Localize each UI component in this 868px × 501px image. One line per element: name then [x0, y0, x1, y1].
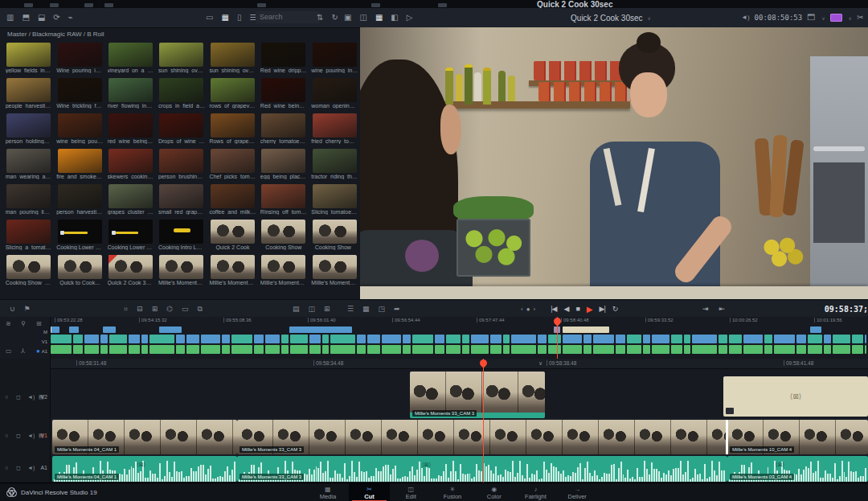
media-clip[interactable]: egg_being_placed...: [258, 147, 309, 183]
media-clip[interactable]: Cooking Intro Log...: [156, 218, 207, 253]
camera-tool-icon[interactable]: ◳: [379, 305, 386, 313]
breadcrumb[interactable]: Master / Blackmagic RAW / B Roll: [7, 31, 104, 38]
track-control-icon[interactable]: ◄): [27, 465, 35, 470]
media-clip[interactable]: fried_cherry_toma...: [309, 112, 360, 147]
overview-header-icon[interactable]: ⊞: [36, 320, 42, 327]
media-clip[interactable]: Quick 2 Cook: [207, 218, 258, 253]
media-clip[interactable]: red_wine_being_p...: [105, 112, 156, 147]
media-clip[interactable]: fire_and_smoke_c...: [54, 147, 104, 183]
chevron-down-icon[interactable]: ∨: [849, 15, 852, 21]
tab-edit[interactable]: ◫Edit: [390, 483, 432, 501]
export-quick-icon[interactable]: ➦: [394, 305, 400, 313]
media-clip[interactable]: man_pouring_liqu...: [3, 183, 54, 218]
media-clip[interactable]: people_harvesting...: [3, 76, 54, 112]
import-media-icon[interactable]: ⬒: [22, 14, 29, 22]
media-clip[interactable]: Millie's Moments ...: [156, 253, 207, 289]
proxy-view-icon[interactable]: ◧: [391, 14, 398, 22]
timeline-audio-clip[interactable]: Millie's Moments 04_CAM 1: [52, 456, 237, 482]
track-control-icon[interactable]: ○: [5, 394, 8, 400]
detail-playhead[interactable]: [483, 359, 484, 483]
media-overlay-icon[interactable]: ▦: [375, 14, 383, 22]
media-clip[interactable]: coffee_and_milk_b...: [207, 183, 258, 218]
tab-deliver[interactable]: →Deliver: [556, 483, 598, 501]
media-clip[interactable]: yellow_fields_in_bl...: [3, 41, 54, 76]
media-clip[interactable]: small_red_grape_c...: [156, 183, 207, 218]
track-control-icon[interactable]: ○: [5, 465, 8, 470]
clip-display-icon[interactable]: ◫: [309, 305, 316, 313]
media-clip[interactable]: Chef_picks_tomat...: [207, 147, 258, 183]
media-clip[interactable]: sun_shining_over...: [156, 41, 207, 76]
timeline-detail[interactable]: 09:58:31.4809:58:34.4809:58:38.4809:58:4…: [0, 359, 868, 483]
timeline-video-clip[interactable]: Millie's Moments 04_CAM 1: [52, 420, 237, 454]
timeline-overview[interactable]: ≋⚲⊞▭⅄●MV1A1 09:53:22.2809:54:15.3209:55:…: [0, 317, 868, 359]
tab-media[interactable]: ▦Media: [307, 483, 349, 501]
tab-color[interactable]: ◉Color: [473, 483, 515, 501]
media-clip[interactable]: Quick 2 Cook 30sec: [105, 253, 156, 289]
viewer-video[interactable]: [360, 27, 868, 299]
preview-clip-icon[interactable]: ▷: [407, 14, 413, 22]
media-clip[interactable]: person_brushing_...: [156, 147, 207, 183]
media-clip[interactable]: Slicing_a_tomato_...: [3, 218, 54, 253]
tab-cut[interactable]: ✂Cut: [349, 483, 391, 501]
media-clip[interactable]: person_holding_a...: [3, 112, 54, 147]
dual-screen-icon[interactable]: ◫: [359, 14, 366, 22]
media-clip[interactable]: tractor_riding_thr...: [309, 147, 360, 183]
search-input[interactable]: Search: [256, 11, 320, 23]
media-clip[interactable]: Millie's Moments ...: [258, 253, 309, 289]
go-to-prev-edit-button[interactable]: ⇤: [719, 305, 725, 313]
media-clip[interactable]: vineyard_on_a_far...: [105, 41, 156, 76]
media-clip[interactable]: wine_being_poure...: [54, 112, 104, 147]
overview-track-v1[interactable]: [51, 335, 868, 343]
play-reverse-button[interactable]: ◀: [563, 305, 568, 313]
monitor-icon[interactable]: 🗔: [807, 14, 815, 22]
timeline-options-icon[interactable]: ▤: [293, 305, 300, 313]
media-clip[interactable]: rows_of_grapevin...: [207, 76, 258, 112]
media-clip[interactable]: person_harvestin...: [54, 183, 104, 218]
media-clip[interactable]: cherry_tomatoes_...: [258, 112, 309, 147]
sort-icon[interactable]: ⇅: [317, 14, 323, 22]
media-clip[interactable]: Millie's Moments ...: [207, 253, 258, 289]
timeline-audio-clip[interactable]: Millie's Moments 03_CAM 4: [727, 456, 868, 482]
media-clip[interactable]: Cooking Show: [258, 218, 309, 253]
detail-playhead-pin[interactable]: [478, 358, 489, 368]
snapping-icon[interactable]: ∪: [10, 305, 15, 313]
stop-button[interactable]: ■: [575, 305, 579, 313]
split-clip-icon[interactable]: ⌗: [124, 305, 128, 314]
track-control-icon[interactable]: ◻: [16, 465, 21, 471]
overview-region[interactable]: 09:53:22.2809:54:15.3209:55:08.3609:56:0…: [51, 317, 868, 359]
media-clip[interactable]: river_flowing_in_t...: [105, 76, 156, 112]
place-on-top-icon[interactable]: ⧉: [198, 305, 203, 314]
sync-clips-icon[interactable]: ⟳: [53, 14, 59, 22]
media-clip[interactable]: Rows_of_grape_tr...: [207, 112, 258, 147]
tools-icon[interactable]: ✂: [857, 14, 863, 22]
add-marker-icon[interactable]: ⚑: [24, 305, 31, 313]
media-pool-toggle-icon[interactable]: ▥: [6, 14, 14, 22]
media-clip[interactable]: Cooking Lower Thi...: [54, 218, 104, 253]
media-clip[interactable]: sun_shining_over_...: [207, 41, 258, 76]
tab-fairlight[interactable]: ♪Fairlight: [515, 483, 557, 501]
track-control-icon[interactable]: ◄): [27, 433, 35, 438]
tools-panel-icon[interactable]: ☰: [347, 305, 354, 313]
trim-end-icon[interactable]: ⊞: [152, 305, 158, 313]
media-clip[interactable]: man_wearing_an...: [3, 147, 54, 183]
strip-view-icon[interactable]: ▭: [206, 14, 213, 22]
timeline-video-clip[interactable]: Millie's Moments 33_CAM 3: [410, 372, 545, 418]
go-to-last-frame-button[interactable]: ▶|: [600, 305, 605, 313]
timeline-title-clip[interactable]: ⟨⊠⟩: [723, 376, 868, 417]
timeline-video-clip[interactable]: Millie's Moments 33_CAM 3: [237, 420, 727, 454]
media-clip[interactable]: Cooking Lower Thi...: [105, 218, 156, 253]
chevron-down-icon[interactable]: ∨: [821, 15, 825, 21]
trim-start-icon[interactable]: ⊟: [137, 305, 143, 313]
audio-meter-icon[interactable]: ◄): [741, 14, 750, 21]
track-control-icon[interactable]: ◻: [16, 433, 21, 439]
append-icon[interactable]: ▭: [182, 305, 189, 313]
clip-link-icon[interactable]: ⌁: [68, 14, 73, 22]
thumbnail-view-icon[interactable]: ▦: [221, 14, 228, 22]
media-clip[interactable]: Slicing_tomatoes_...: [309, 183, 360, 218]
track-control-icon[interactable]: ○: [5, 433, 8, 438]
overview-header-icon[interactable]: ≋: [6, 320, 11, 327]
timeline-audio-clip[interactable]: Millie's Moments 33_CAM 3: [237, 456, 727, 482]
import-folder-icon[interactable]: ⬓: [38, 14, 45, 22]
zoom-options-icon[interactable]: ⊞: [324, 305, 330, 313]
smart-insert-icon[interactable]: ⌬: [166, 305, 173, 313]
